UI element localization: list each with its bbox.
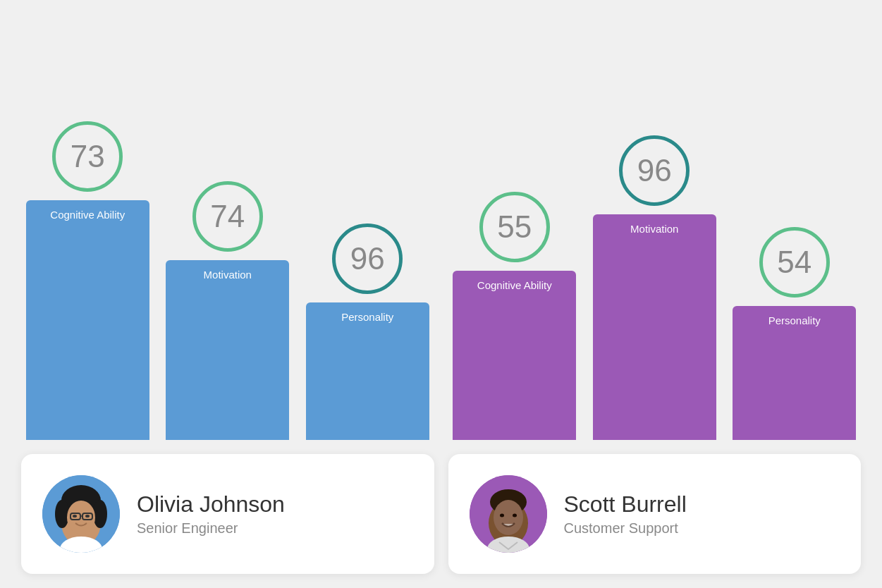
olivia-motivation-label: Motivation xyxy=(200,269,256,281)
charts-area: 73 Cognitive Ability 74 Motivation xyxy=(21,14,861,447)
scott-info: Scott Burrell Customer Support xyxy=(564,491,687,537)
olivia-chart: 73 Cognitive Ability 74 Motivation xyxy=(21,73,434,440)
olivia-cognitive-bar: Cognitive Ability xyxy=(26,200,149,440)
scott-chart: 55 Cognitive Ability 96 Motivation xyxy=(448,73,862,440)
olivia-cognitive-label: Cognitive Ability xyxy=(46,209,129,221)
scott-motivation-label: Motivation xyxy=(626,223,682,235)
olivia-role: Senior Engineer xyxy=(137,520,285,537)
svg-point-17 xyxy=(513,514,517,517)
olivia-avatar xyxy=(42,475,120,553)
scott-personality-label: Personality xyxy=(764,314,825,326)
scott-personality-col: 54 Personality xyxy=(728,73,862,440)
scott-name: Scott Burrell xyxy=(564,491,687,517)
olivia-cognitive-circle: 73 xyxy=(52,121,123,192)
scott-personality-circle: 54 xyxy=(759,227,830,298)
olivia-name: Olivia Johnson xyxy=(137,491,285,517)
scott-cognitive-col: 55 Cognitive Ability xyxy=(448,73,582,440)
svg-point-15 xyxy=(494,500,523,535)
cards-area: Olivia Johnson Senior Engineer xyxy=(21,454,861,574)
scott-card: Scott Burrell Customer Support xyxy=(448,454,862,574)
svg-point-16 xyxy=(500,514,504,517)
olivia-motivation-bar: Motivation xyxy=(166,260,289,440)
scott-motivation-bar: Motivation xyxy=(593,214,716,440)
svg-point-4 xyxy=(93,500,107,528)
scott-cognitive-circle: 55 xyxy=(479,192,550,262)
olivia-info: Olivia Johnson Senior Engineer xyxy=(137,491,285,537)
scott-avatar-svg xyxy=(470,475,547,553)
scott-bar-group: 55 Cognitive Ability 96 Motivation xyxy=(448,73,862,440)
scott-personality-bar: Personality xyxy=(733,306,856,440)
scott-cognitive-label: Cognitive Ability xyxy=(473,279,556,291)
scott-motivation-col: 96 Motivation xyxy=(588,73,721,440)
olivia-personality-bar: Personality xyxy=(306,302,429,440)
scott-motivation-circle: 96 xyxy=(619,135,690,206)
olivia-avatar-svg xyxy=(42,475,120,553)
scott-cognitive-bar: Cognitive Ability xyxy=(453,271,576,440)
olivia-cognitive-col: 73 Cognitive Ability xyxy=(21,73,154,440)
svg-point-7 xyxy=(85,515,90,517)
svg-point-6 xyxy=(73,515,77,517)
olivia-card: Olivia Johnson Senior Engineer xyxy=(21,454,434,574)
olivia-personality-col: 96 Personality xyxy=(301,73,434,440)
olivia-personality-label: Personality xyxy=(337,311,398,323)
olivia-motivation-col: 74 Motivation xyxy=(161,73,295,440)
olivia-motivation-circle: 74 xyxy=(192,181,263,252)
olivia-bar-group: 73 Cognitive Ability 74 Motivation xyxy=(21,73,434,440)
olivia-personality-circle: 96 xyxy=(332,223,403,294)
scott-avatar xyxy=(470,475,547,553)
scott-role: Customer Support xyxy=(564,520,687,537)
svg-point-3 xyxy=(55,500,69,528)
